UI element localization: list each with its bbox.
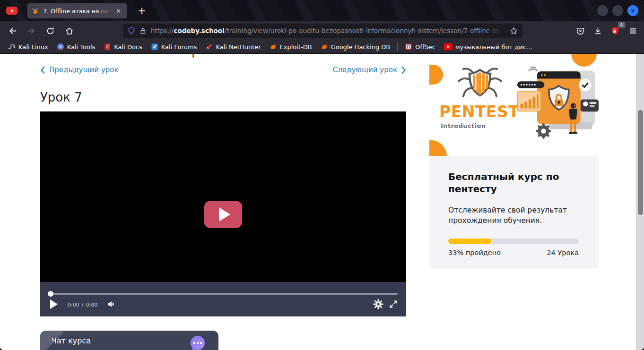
bookmark-star-icon[interactable]	[510, 27, 518, 35]
volume-button[interactable]	[105, 299, 117, 310]
course-progress-fill	[448, 239, 491, 244]
youtube-icon	[6, 7, 17, 15]
chat-bubble-icon	[189, 335, 206, 350]
google-hacking-db-icon	[321, 43, 328, 51]
next-lesson-link[interactable]: Следующий урок	[333, 66, 406, 74]
youtube-icon	[444, 43, 453, 50]
pocket-icon[interactable]	[574, 24, 587, 37]
bookmark-offsec[interactable]: OffSec	[400, 42, 440, 52]
tab-title: 7. Offline атака на парол	[43, 8, 112, 15]
exploit-db-icon	[270, 43, 277, 51]
tab-close-icon[interactable]: ✕	[114, 7, 123, 16]
codeby-owl-favicon-icon	[31, 7, 39, 15]
navigation-toolbar: https://codeby.school/training/view/urok…	[0, 21, 644, 40]
bookmark-label: Google Hacking DB	[331, 43, 391, 51]
lessons-count-label: 24 Урока	[547, 249, 579, 256]
scrolled-text-remnant	[192, 54, 194, 58]
fullscreen-icon[interactable]	[387, 298, 400, 310]
video-area[interactable]	[40, 111, 406, 282]
bookmark-label: музыкальный бот дис…	[455, 43, 532, 51]
kali-dragon-icon	[8, 43, 16, 51]
bookmark-label: OffSec	[415, 43, 435, 51]
kali-docs-icon	[104, 43, 111, 51]
bookmark-google-hacking-db[interactable]: Google Hacking DB	[316, 42, 395, 52]
bookmark-exploit-db[interactable]: Exploit-DB	[265, 42, 316, 52]
kali-forums-icon	[151, 43, 158, 51]
video-player: 0:00 / 0:00	[40, 111, 406, 316]
extension-badge: 4	[618, 22, 625, 28]
course-banner: PENTEST Introduction	[429, 54, 599, 156]
play-button[interactable]	[49, 298, 59, 310]
seek-handle[interactable]	[48, 291, 53, 297]
lock-icon[interactable]	[139, 27, 147, 34]
duration: 0:00	[86, 302, 97, 308]
course-progress-card: Бесплатный курс по пентесту Отслеживайте…	[429, 156, 599, 269]
tracking-protection-shield-icon[interactable]	[128, 27, 135, 34]
seek-bar[interactable]	[49, 293, 398, 295]
back-button[interactable]	[6, 24, 19, 37]
banner-subtitle: Introduction	[441, 122, 486, 129]
url-bar[interactable]: https://codeby.school/training/view/urok…	[123, 24, 522, 38]
lesson-navigation: Предыдущий урок Следующий урок	[40, 66, 406, 74]
bookmarks-bar: Kali Linux Kali Tools Kali Docs Kali For…	[0, 40, 644, 54]
banner-orange-blob	[429, 65, 443, 85]
bookmark-label: Kali Linux	[18, 43, 48, 51]
scrollbar-thumb[interactable]	[638, 110, 643, 215]
active-tab[interactable]: 7. Offline атака на парол ✕	[27, 3, 127, 18]
time-divider: /	[82, 302, 84, 308]
adblock-extension-icon[interactable]: 4	[609, 24, 622, 37]
bookmark-kali-forums[interactable]: Kali Forums	[147, 42, 201, 52]
titlebar: 7. Offline атака на парол ✕ + ✕	[0, 0, 644, 21]
close-button[interactable]: ✕	[627, 5, 638, 16]
forward-button[interactable]	[25, 24, 38, 37]
kali-nethunter-icon	[205, 43, 213, 51]
big-play-button[interactable]	[204, 201, 242, 228]
minimize-button[interactable]	[597, 5, 608, 16]
pinned-tab-youtube[interactable]	[6, 7, 17, 15]
course-progress-bar	[448, 239, 579, 244]
url-text: https://codeby.school/training/view/urok…	[151, 27, 507, 34]
bookmark-label: Kali Docs	[114, 43, 142, 51]
previous-lesson-link[interactable]: Предыдущий урок	[40, 66, 119, 74]
settings-gear-icon[interactable]	[372, 298, 384, 310]
banner-orange-blob	[429, 140, 447, 156]
maximize-button[interactable]	[612, 5, 623, 16]
menu-hamburger-icon[interactable]	[626, 24, 639, 37]
course-card-title: Бесплатный курс по пентесту	[448, 171, 576, 195]
new-tab-button[interactable]: +	[135, 4, 148, 17]
home-button[interactable]	[62, 24, 76, 37]
page-scrollbar[interactable]	[636, 54, 644, 350]
page-content: Предыдущий урок Следующий урок Урок 7	[0, 54, 636, 350]
bookmark-kali-docs[interactable]: Kali Docs	[99, 42, 147, 52]
banner-brand: PENTEST	[439, 102, 519, 121]
player-controls: 0:00 / 0:00	[40, 282, 406, 316]
browser-window: 7. Offline атака на парол ✕ + ✕	[0, 0, 644, 350]
bookmark-label: Exploit-DB	[280, 43, 312, 51]
time-display: 0:00 / 0:00	[68, 302, 97, 308]
pentest-spider-shield-logo	[452, 65, 508, 102]
previous-lesson-label: Предыдущий урок	[49, 66, 119, 74]
url-path: /training/view/uroki-po-auditu-bezopasno…	[225, 27, 499, 34]
bookmark-label: Kali NetHunter	[216, 43, 261, 51]
chevron-right-icon	[401, 66, 406, 74]
bookmark-label: Kali Forums	[161, 43, 197, 51]
bookmark-music-bot[interactable]: музыкальный бот дис…	[440, 42, 537, 52]
bookmarks-separator	[397, 43, 398, 51]
chevron-left-icon	[40, 66, 45, 74]
downloads-icon[interactable]	[591, 24, 604, 37]
bookmark-label: Kali Tools	[67, 43, 96, 51]
offsec-icon	[405, 43, 412, 51]
url-protocol: https://	[151, 27, 174, 34]
progress-percent-label: 33% пройдено	[448, 249, 501, 256]
page-title: Урок 7	[40, 90, 82, 104]
reload-button[interactable]	[44, 24, 57, 37]
course-chat-title: Чат курса	[52, 336, 91, 345]
bookmark-kali-tools[interactable]: Kali Tools	[52, 42, 100, 52]
next-lesson-label: Следующий урок	[333, 66, 397, 74]
url-domain: codeby.school	[174, 27, 224, 34]
kali-tools-icon	[57, 43, 64, 51]
bookmark-kali-linux[interactable]: Kali Linux	[4, 42, 52, 52]
bookmark-kali-nethunter[interactable]: Kali NetHunter	[201, 42, 265, 52]
course-chat-header[interactable]: Чат курса	[40, 331, 218, 350]
course-card-description: Отслеживайте свой результат прохождения …	[448, 205, 581, 226]
